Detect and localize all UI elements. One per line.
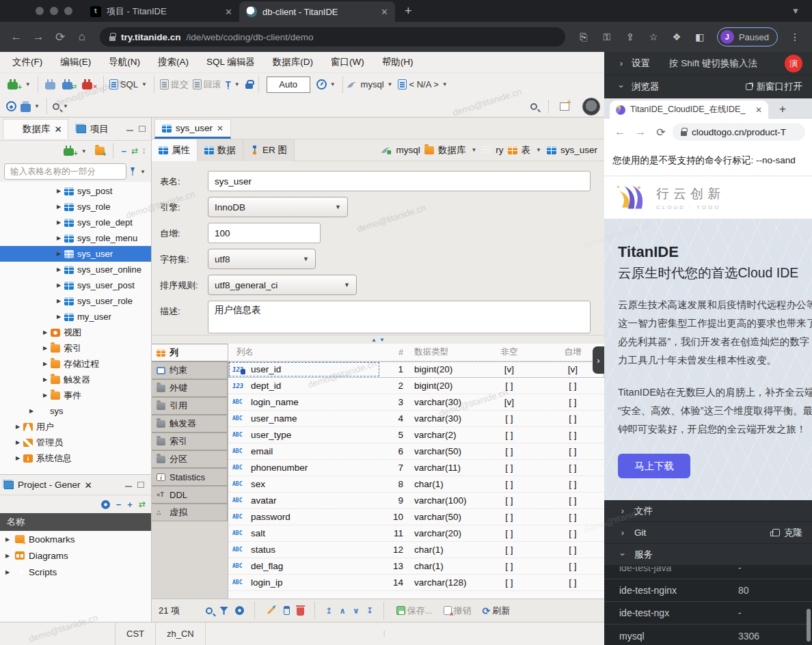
search-button[interactable]: ▼: [51, 102, 72, 111]
menu-item[interactable]: 搜索(A): [150, 54, 197, 70]
section-tab[interactable]: 外键: [152, 379, 228, 397]
tab-close-icon[interactable]: ✕: [225, 7, 232, 17]
column-not-null[interactable]: [v]: [477, 364, 541, 374]
download-button[interactable]: 马上下载: [618, 454, 690, 478]
save-button[interactable]: 保存...: [394, 603, 435, 618]
column-row[interactable]: user_type 5 varchar(2) [ ] [ ]: [228, 427, 604, 443]
chevron-right-icon[interactable]: ▶: [26, 408, 37, 414]
chevron-down-icon[interactable]: ▼: [330, 81, 336, 87]
collation-select[interactable]: utf8_general_ci▼: [208, 275, 357, 295]
database-selector[interactable]: < N/A >▼: [396, 78, 450, 91]
window-control-dot[interactable]: [50, 7, 58, 15]
service-row[interactable]: ide-test-java -: [604, 566, 812, 579]
column-not-null[interactable]: [v]: [477, 397, 541, 407]
key-icon[interactable]: ⚿: [597, 31, 617, 43]
charset-select[interactable]: utf8▼: [208, 249, 316, 269]
link-editor-icon[interactable]: ⇄: [139, 499, 146, 509]
column-auto-increment[interactable]: [ ]: [541, 577, 604, 588]
column-not-null[interactable]: [ ]: [477, 528, 541, 538]
column-not-null[interactable]: [ ]: [477, 463, 541, 473]
open-new-window-button[interactable]: 新窗口打开: [746, 81, 803, 93]
link-editor-icon[interactable]: ⇄: [131, 146, 138, 156]
bookmark-star-icon[interactable]: ☆: [643, 31, 664, 42]
tree-item[interactable]: ▶ sys_user_post: [0, 277, 151, 293]
column-row[interactable]: password 10 varchar(50) [ ] [ ]: [228, 509, 604, 525]
git-clone-button[interactable]: 克隆: [772, 527, 802, 539]
tree-item[interactable]: ▶ 索引: [0, 340, 151, 356]
tree-item[interactable]: ▶ 视图: [0, 325, 151, 340]
column-not-null[interactable]: [ ]: [477, 381, 541, 391]
profile-badge[interactable]: J Paused: [717, 27, 778, 46]
tab-project[interactable]: 项目: [71, 120, 114, 139]
home-icon[interactable]: ⌂: [72, 30, 92, 44]
transaction-mode-button[interactable]: T̟▼: [224, 78, 243, 91]
project-item[interactable]: ▶ Scripts: [0, 564, 151, 580]
project-panel-tab[interactable]: Project - Gener ✕: [0, 475, 151, 495]
table-name-input[interactable]: [208, 171, 591, 191]
back-icon[interactable]: ←: [611, 126, 629, 138]
header-not-null[interactable]: 非空: [477, 346, 541, 358]
description-textarea[interactable]: 用户信息表: [208, 301, 591, 333]
column-row[interactable]: sex 8 char(1) [ ] [ ]: [228, 476, 604, 493]
revert-button[interactable]: 撤销: [442, 603, 474, 618]
connect-button[interactable]: [42, 79, 59, 91]
column-not-null[interactable]: [ ]: [477, 446, 541, 456]
tree-item[interactable]: ▶ sys_post: [0, 183, 151, 199]
dashboard-button[interactable]: [4, 100, 18, 113]
lock-button[interactable]: [243, 79, 255, 90]
chevron-down-icon[interactable]: ▼: [63, 103, 68, 109]
menu-item[interactable]: 窗口(W): [323, 54, 373, 70]
browser-tab-dbclient[interactable]: db-client - TitanIDE ✕: [239, 1, 395, 22]
maximize-icon[interactable]: [137, 482, 144, 488]
expand-all-icon[interactable]: +: [127, 499, 133, 510]
settings-section-header[interactable]: › 设置 按 Shift 键切换输入法 演: [604, 52, 812, 75]
editor-subtab[interactable]: 属性: [152, 139, 198, 161]
go-first-icon[interactable]: ↥: [325, 606, 332, 616]
chevron-right-icon[interactable]: ▶: [53, 251, 64, 257]
chevron-right-icon[interactable]: ▶: [5, 553, 15, 559]
chevron-down-icon[interactable]: ▼: [141, 81, 147, 87]
breadcrumb-table-name[interactable]: sys_user: [560, 145, 597, 155]
column-not-null[interactable]: [ ]: [477, 479, 541, 489]
connection-selector[interactable]: mysql▼: [359, 78, 396, 91]
menu-item[interactable]: 数据库(D): [265, 54, 321, 70]
column-auto-increment[interactable]: [ ]: [541, 381, 604, 391]
quick-search-button[interactable]: [528, 102, 539, 111]
reconnect-button[interactable]: ⇄: [59, 77, 79, 92]
tree-item[interactable]: ▶ my_user: [0, 309, 151, 325]
tab-close-icon[interactable]: ✕: [381, 7, 388, 17]
tree-item[interactable]: ▶ 管理员: [0, 435, 151, 450]
column-auto-increment[interactable]: [ ]: [541, 512, 604, 522]
sql-editor-button[interactable]: SQL▼: [107, 78, 150, 91]
chevron-down-icon[interactable]: ▼: [81, 148, 87, 154]
chevron-right-icon[interactable]: ▶: [40, 329, 51, 335]
files-section-header[interactable]: › 文件: [604, 500, 812, 522]
new-connection-button[interactable]: +▼: [60, 143, 90, 159]
service-row[interactable]: ide-test-ngx -: [604, 602, 812, 625]
window-control-dot[interactable]: [36, 7, 44, 15]
autoincrement-input[interactable]: [208, 223, 321, 243]
rollback-button[interactable]: 回滚: [191, 77, 224, 92]
splitter-up-icon[interactable]: ▲: [371, 337, 377, 343]
menu-item[interactable]: SQL 编辑器: [198, 54, 263, 70]
chevron-down-icon[interactable]: ▼: [25, 81, 31, 87]
column-not-null[interactable]: [ ]: [477, 545, 541, 555]
window-control-dot[interactable]: [64, 7, 72, 15]
column-auto-increment[interactable]: [ ]: [541, 561, 604, 571]
chevron-down-icon[interactable]: ▼: [140, 169, 146, 175]
breadcrumb-table[interactable]: 表: [522, 144, 531, 156]
tree-item[interactable]: ▶ 存储过程: [0, 356, 151, 372]
filter-icon[interactable]: [219, 607, 228, 615]
column-auto-increment[interactable]: [ ]: [541, 528, 604, 538]
column-not-null[interactable]: [ ]: [477, 512, 541, 522]
header-ordinal[interactable]: #: [380, 348, 409, 357]
column-not-null[interactable]: [ ]: [477, 577, 541, 588]
table-filter-input[interactable]: [4, 163, 126, 180]
tree-item[interactable]: ▶ sys_role: [0, 199, 151, 215]
tree-item[interactable]: ▶ sys_user_role: [0, 293, 151, 309]
section-tab[interactable]: 引用: [152, 397, 228, 415]
minimize-icon[interactable]: [126, 126, 133, 131]
column-row[interactable]: login_ip 14 varchar(128) [ ] [ ]: [228, 575, 604, 591]
git-section-header[interactable]: › Git 克隆: [604, 522, 812, 544]
column-not-null[interactable]: [ ]: [477, 561, 541, 571]
